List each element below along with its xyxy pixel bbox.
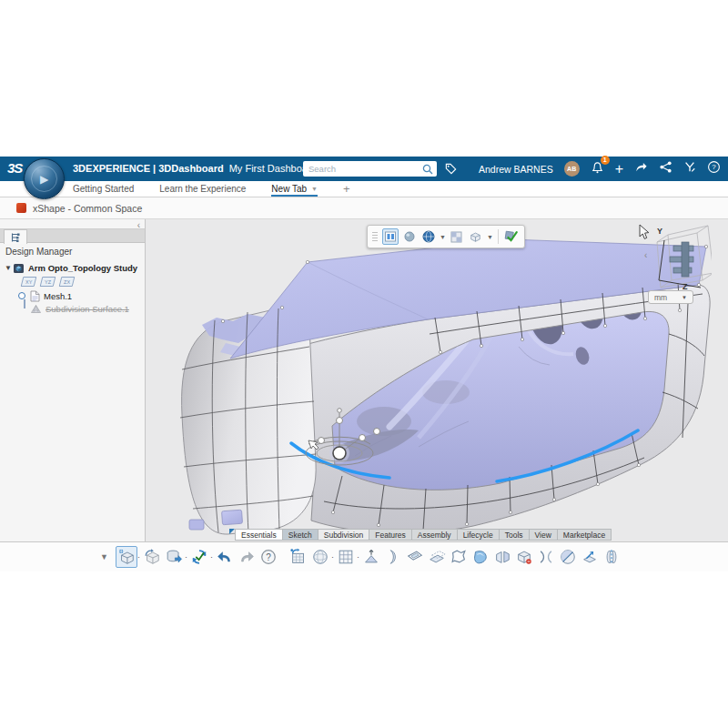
drag-handle[interactable] [372, 232, 378, 242]
mesh-icon [29, 290, 40, 302]
divider [498, 229, 499, 244]
tree-item-label: Subdivision Surface.1 [46, 304, 129, 314]
delete-face-icon[interactable] [513, 546, 535, 568]
units-dropdown[interactable]: mm ▼ [648, 290, 693, 304]
bell-icon[interactable]: 1 [591, 160, 604, 178]
tree-item-label: Arm Opto_Topology Study 1_deform... [28, 263, 139, 273]
notification-badge: 1 [601, 156, 610, 165]
view-cube-icon[interactable] [468, 228, 484, 245]
tab-new-tab[interactable]: New Tab▼ [271, 181, 318, 197]
bridge-icon[interactable] [535, 546, 557, 568]
view-toolbar: ▼ ▼ [367, 225, 525, 248]
chevron-down-icon: ▼ [682, 295, 687, 300]
mesh-tab [189, 520, 204, 530]
panel-title: Design Manager [5, 247, 72, 257]
new-content-icon[interactable] [116, 546, 137, 568]
3d-model[interactable] [146, 219, 728, 541]
plane-zx-icon[interactable]: ZX [59, 277, 76, 287]
bend-icon[interactable] [382, 546, 404, 568]
section-tab-assembly[interactable]: Assembly [412, 529, 458, 541]
tab-learn-the-experience[interactable]: Learn the Experience [159, 181, 246, 197]
redo-icon[interactable] [236, 546, 258, 568]
section-tab-lifecycle[interactable]: Lifecycle [458, 529, 500, 541]
update-check-icon[interactable] [503, 228, 520, 245]
texture-icon[interactable] [449, 228, 465, 245]
top-bar: 3S 3DEXPERIENCE | 3DDashboard My First D… [0, 157, 728, 181]
screenshot-canvas: 3S 3DEXPERIENCE | 3DDashboard My First D… [0, 0, 728, 728]
loop-icon[interactable] [448, 546, 470, 568]
tab-getting-started[interactable]: Getting Started [73, 181, 134, 197]
3d-viewport[interactable]: ▼ ▼ [146, 219, 728, 541]
split-view-icon[interactable] [382, 228, 399, 245]
brand-title: 3DEXPERIENCE | 3DDashboard [73, 163, 224, 174]
toolbar-collapse-icon[interactable]: ▼ [100, 552, 108, 561]
dashboard-selector[interactable]: 3DEXPERIENCE | 3DDashboard My First Dash… [73, 163, 329, 174]
section-tab-view[interactable]: View [530, 529, 558, 541]
section-tab-marketplace[interactable]: Marketplace [558, 529, 612, 541]
triad-collapse-button[interactable]: ‹ [644, 250, 647, 260]
search-input[interactable]: Search [303, 161, 437, 177]
align-icon[interactable] [579, 546, 601, 568]
grid-primitive-icon[interactable] [335, 546, 357, 568]
user-name[interactable]: Andrew BARNES [479, 164, 553, 175]
split-icon[interactable] [491, 546, 513, 568]
compass-icon[interactable] [24, 158, 65, 199]
fill-icon[interactable] [470, 546, 491, 568]
tree-item-subdivision-surface[interactable]: Subdivision Surface.1 [0, 302, 145, 315]
sphere-primitive-icon[interactable] [309, 546, 331, 568]
update-icon[interactable] [188, 546, 210, 568]
tree-icon [10, 232, 21, 243]
app-title: xShape - Common Space [33, 203, 142, 214]
section-tab-essentials[interactable]: Essentials [235, 529, 283, 541]
status-circle-icon [18, 292, 25, 299]
3ds-logo-icon: 3S [7, 160, 22, 176]
chevron-down-icon[interactable]: ▼ [311, 186, 318, 192]
section-tab-sketch[interactable]: Sketch [283, 529, 318, 541]
chevron-down-icon[interactable]: ▼ [440, 234, 446, 240]
chevron-down-icon[interactable]: ▼ [487, 234, 493, 240]
avatar[interactable]: AB [564, 161, 580, 177]
dashboard-tab-bar: Getting Started Learn the Experience New… [0, 181, 728, 197]
shaded-sphere-icon[interactable] [401, 228, 418, 245]
expand-arrow-icon[interactable]: ▼ [4, 264, 13, 272]
search-placeholder: Search [303, 164, 421, 174]
help-icon[interactable] [258, 546, 279, 568]
box-primitive-icon[interactable] [288, 546, 309, 568]
symmetry-icon[interactable] [601, 546, 622, 568]
design-manager-panel: ‹ Design Manager ▼ Arm Opto_Topology Stu… [0, 219, 146, 541]
help-icon[interactable]: ? [707, 160, 721, 177]
search-icon[interactable] [421, 163, 434, 176]
units-value: mm [654, 293, 667, 302]
frame-icon[interactable] [404, 546, 426, 568]
swym-icon[interactable] [683, 160, 696, 177]
add-tab-button[interactable]: + [343, 181, 350, 197]
subdivision-surface-icon [30, 304, 42, 314]
section-tab-features[interactable]: Features [369, 529, 412, 541]
share-icon[interactable] [634, 160, 648, 177]
triad-model-preview [670, 242, 693, 277]
tag-icon[interactable] [444, 162, 458, 179]
network-icon[interactable] [659, 160, 672, 177]
undo-icon[interactable] [214, 546, 236, 568]
manipulator-center[interactable] [333, 447, 346, 460]
action-bar-tabs: Essentials Sketch Subdivision Features A… [229, 529, 612, 541]
extrude-face-icon[interactable] [360, 546, 382, 568]
panel-tab-strip [0, 228, 145, 243]
tree-item-root[interactable]: ▼ Arm Opto_Topology Study 1_deform... [0, 261, 145, 274]
plane-xy-icon[interactable]: XY [21, 277, 37, 287]
section-tab-tools[interactable]: Tools [500, 529, 530, 541]
section-tab-subdivision[interactable]: Subdivision [318, 529, 369, 541]
tab-design-manager[interactable] [4, 229, 27, 244]
offset-icon[interactable] [426, 546, 448, 568]
action-bar: ▼ · · · · · [0, 541, 728, 571]
render-style-icon[interactable] [420, 228, 437, 245]
3dexperience-window: 3S 3DEXPERIENCE | 3DDashboard My First D… [0, 157, 728, 571]
add-icon[interactable]: + [615, 162, 623, 177]
save-icon[interactable] [163, 546, 185, 568]
plane-yz-icon[interactable]: YZ [40, 277, 56, 287]
tree-planes-row: XY YZ ZX [0, 275, 145, 288]
trim-sphere-icon[interactable] [557, 546, 579, 568]
xshape-app-icon [16, 203, 26, 213]
open-icon[interactable] [141, 546, 163, 568]
tree-item-mesh[interactable]: Mesh.1 [0, 289, 145, 302]
